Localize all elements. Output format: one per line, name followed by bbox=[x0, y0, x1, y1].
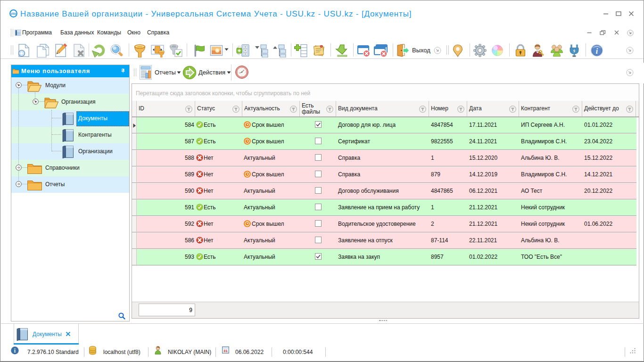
svg-text:i: i bbox=[596, 47, 598, 55]
svg-text:31: 31 bbox=[223, 349, 228, 353]
svg-text:usu: usu bbox=[11, 12, 17, 15]
